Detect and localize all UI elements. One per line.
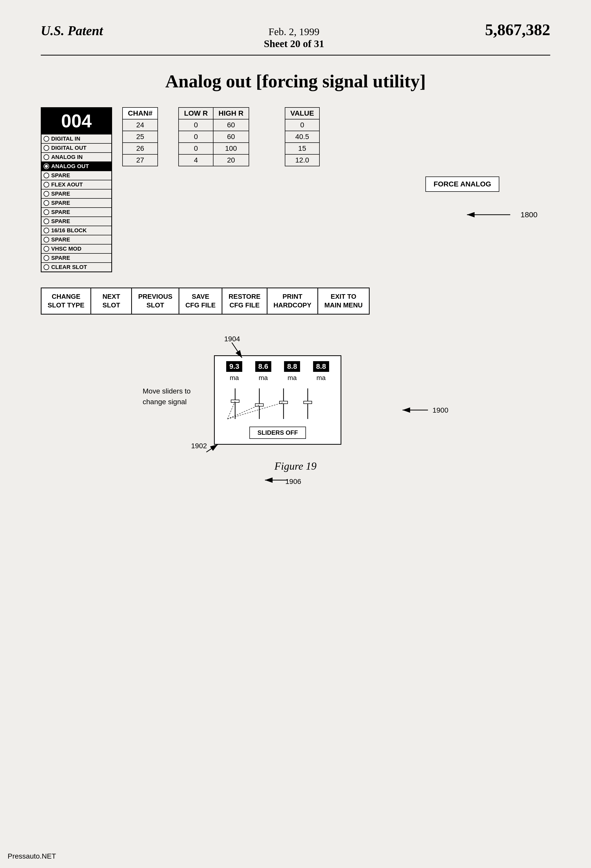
arrow-1800 [462, 207, 513, 222]
slider-ui-box: 9.3 8.6 8.8 8.8 ma ma ma ma [214, 355, 341, 445]
exit-to-main-menu-button[interactable]: EXIT TOMAIN MENU [318, 288, 369, 314]
radio-16-16-block [44, 228, 49, 233]
range-row: 0 [179, 131, 213, 143]
radio-spare2 [44, 191, 49, 196]
slot-item-analog-out[interactable]: ANALOG OUT [41, 161, 111, 171]
radio-spare7 [44, 255, 49, 261]
slot-number: 004 [41, 108, 111, 134]
slot-label-spare3: SPARE [51, 200, 70, 206]
previous-slot-button[interactable]: PREVIOUSSLOT [132, 288, 179, 314]
slot-item[interactable]: SPARE [41, 171, 111, 180]
slot-panel: 004 DIGITAL IN DIGITAL OUT ANALOG IN ANA… [41, 107, 112, 272]
slot-item[interactable]: CLEAR SLOT [41, 262, 111, 272]
chan-row: 24 [123, 119, 158, 131]
slider-unit-1: ma [227, 374, 242, 382]
restore-cfg-file-button[interactable]: RESTORECFG FILE [222, 288, 267, 314]
slot-label-clear-slot: CLEAR SLOT [51, 264, 87, 270]
range-row: 0 [179, 119, 213, 131]
slot-label-spare7: SPARE [51, 255, 70, 261]
slot-item[interactable]: VHSC MOD [41, 244, 111, 253]
slot-item[interactable]: SPARE [41, 235, 111, 244]
ref-1800-label: 1800 [520, 210, 538, 219]
slot-item[interactable]: SPARE [41, 198, 111, 207]
low-r-header: LOW R [179, 108, 213, 119]
slider-val-4: 8.8 [313, 361, 329, 372]
slot-item[interactable]: ANALOG IN [41, 152, 111, 161]
arrow-1900 [400, 404, 430, 416]
slot-item[interactable]: SPARE [41, 207, 111, 217]
slot-label-spare4: SPARE [51, 209, 70, 216]
arrow-1902 [204, 442, 224, 457]
page-title: Analog out [forcing signal utility] [41, 71, 550, 92]
change-slot-type-button[interactable]: CHANGESLOT TYPE [41, 288, 91, 314]
toolbar: CHANGESLOT TYPE NEXTSLOT PREVIOUSSLOT SA… [41, 288, 550, 314]
value-row: 0 [285, 119, 319, 131]
arrow-1906 [260, 472, 290, 488]
patent-number: 5,867,382 [485, 21, 550, 39]
slot-label-flex-aout: FLEX AOUT [51, 182, 83, 188]
radio-digital-in [44, 136, 49, 142]
radio-digital-out [44, 145, 49, 151]
chan-header: CHAN# [123, 108, 158, 119]
chan-row: 27 [123, 154, 158, 166]
slot-label-spare1: SPARE [51, 172, 70, 179]
slot-item[interactable]: SPARE [41, 217, 111, 226]
slot-item[interactable]: SPARE [41, 189, 111, 198]
slot-label-analog-out: ANALOG OUT [51, 163, 89, 170]
value-row: 15 [285, 143, 319, 154]
save-cfg-file-button[interactable]: SAVECFG FILE [179, 288, 222, 314]
print-hardcopy-button[interactable]: PRINTHARDCOPY [267, 288, 318, 314]
sheet-label: Sheet 20 of 31 [264, 38, 324, 50]
radio-analog-in [44, 154, 49, 160]
radio-clear-slot [44, 264, 49, 270]
svg-line-13 [228, 405, 259, 419]
slot-label-analog-in: ANALOG IN [51, 154, 83, 161]
value-row: 40.5 [285, 131, 319, 143]
slot-label-vhsc-mod: VHSC MOD [51, 245, 81, 252]
radio-spare1 [44, 173, 49, 178]
range-table: LOW R HIGH R 060 060 0100 420 [178, 107, 249, 166]
sliders-off-button[interactable]: SLIDERS OFF [250, 427, 306, 439]
ref-1900-label: 1900 [433, 406, 448, 414]
chan-row: 26 [123, 143, 158, 154]
high-r-header: HIGH R [213, 108, 249, 119]
radio-spare6 [44, 237, 49, 242]
slider-unit-2: ma [256, 374, 271, 382]
slot-label-spare6: SPARE [51, 236, 70, 243]
radio-flex-aout [44, 182, 49, 187]
slot-item[interactable]: SPARE [41, 253, 111, 262]
slot-label-spare5: SPARE [51, 218, 70, 224]
patent-header: U.S. Patent Feb. 2, 1999 Sheet 20 of 31 … [41, 21, 550, 56]
radio-vhsc-mod [44, 246, 49, 252]
channel-table: CHAN# 24 25 26 27 [122, 107, 158, 166]
value-header: VALUE [285, 108, 319, 119]
radio-spare4 [44, 210, 49, 215]
slot-label-16-16-block: 16/16 BLOCK [51, 227, 87, 234]
svg-line-3 [232, 342, 242, 358]
slider-unit-4: ma [313, 374, 329, 382]
chan-row: 25 [123, 131, 158, 143]
radio-spare5 [44, 218, 49, 224]
range-row: 20 [213, 154, 249, 166]
next-slot-button[interactable]: NEXTSLOT [91, 288, 132, 314]
range-row: 4 [179, 154, 213, 166]
slot-item[interactable]: DIGITAL OUT [41, 143, 111, 152]
slider-val-2: 8.6 [255, 361, 271, 372]
slot-label-digital-in: DIGITAL IN [51, 136, 80, 142]
date-label: Feb. 2, 1999 [264, 26, 324, 38]
figure-caption: Figure 19 [41, 460, 550, 472]
slot-label-spare2: SPARE [51, 190, 70, 197]
range-row: 100 [213, 143, 249, 154]
force-analog-button[interactable]: FORCE ANALOG [426, 177, 499, 192]
svg-line-12 [228, 401, 235, 419]
slot-item[interactable]: 16/16 BLOCK [41, 226, 111, 235]
slot-item[interactable]: DIGITAL IN [41, 134, 111, 143]
main-ui: 004 DIGITAL IN DIGITAL OUT ANALOG IN ANA… [41, 107, 550, 272]
brand-label: U.S. Patent [41, 23, 103, 38]
value-table: VALUE 0 40.5 15 12.0 [285, 107, 320, 166]
slot-item[interactable]: FLEX AOUT [41, 180, 111, 189]
svg-line-16 [206, 444, 218, 452]
slot-label-digital-out: DIGITAL OUT [51, 145, 87, 151]
move-sliders-text: Move sliders tochange signal [143, 386, 191, 407]
range-row: 0 [179, 143, 213, 154]
